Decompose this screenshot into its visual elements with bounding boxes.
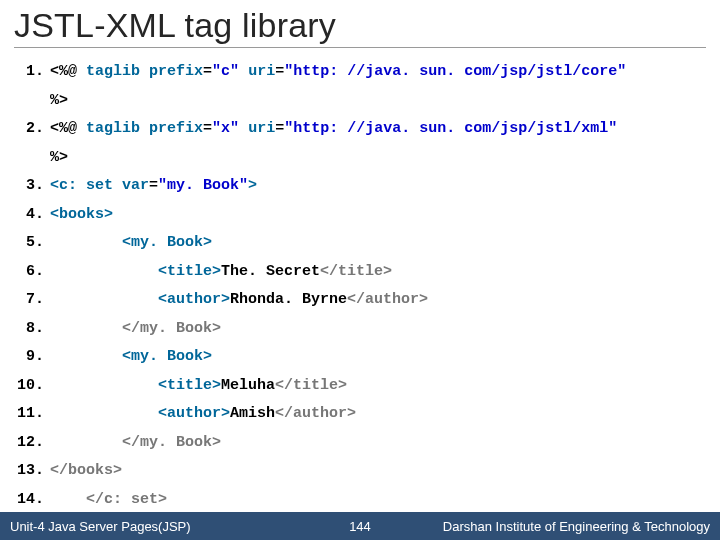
line-number: 6. bbox=[0, 258, 50, 287]
line-number: 13. bbox=[0, 457, 50, 486]
code-text: </c: set> bbox=[50, 486, 720, 515]
code-line: 1.<%@ taglib prefix="c" uri="http: //jav… bbox=[0, 58, 720, 87]
line-number: 1. bbox=[0, 58, 50, 87]
slide-title: JSTL-XML tag library bbox=[0, 0, 720, 47]
code-text: %> bbox=[50, 87, 720, 116]
code-line: 4.<books> bbox=[0, 201, 720, 230]
footer-bar: Unit-4 Java Server Pages(JSP) 144 Darsha… bbox=[0, 512, 720, 540]
code-block: 1.<%@ taglib prefix="c" uri="http: //jav… bbox=[0, 54, 720, 514]
line-number: 8. bbox=[0, 315, 50, 344]
slide: JSTL-XML tag library 1.<%@ taglib prefix… bbox=[0, 0, 720, 540]
code-line: 11. <author>Amish</author> bbox=[0, 400, 720, 429]
code-text: %> bbox=[50, 144, 720, 173]
line-number: 10. bbox=[0, 372, 50, 401]
footer-left: Unit-4 Java Server Pages(JSP) bbox=[0, 519, 330, 534]
line-number: 12. bbox=[0, 429, 50, 458]
line-number: 2. bbox=[0, 115, 50, 144]
code-line: %> bbox=[0, 87, 720, 116]
code-line: 10. <title>Meluha</title> bbox=[0, 372, 720, 401]
code-text: <author>Rhonda. Byrne</author> bbox=[50, 286, 720, 315]
code-line: 13.</books> bbox=[0, 457, 720, 486]
code-text: <my. Book> bbox=[50, 343, 720, 372]
code-line: %> bbox=[0, 144, 720, 173]
code-line: 14. </c: set> bbox=[0, 486, 720, 515]
code-text: <title>Meluha</title> bbox=[50, 372, 720, 401]
line-number: 9. bbox=[0, 343, 50, 372]
code-text: <%@ taglib prefix="x" uri="http: //java.… bbox=[50, 115, 720, 144]
code-text: <books> bbox=[50, 201, 720, 230]
code-line: 6. <title>The. Secret</title> bbox=[0, 258, 720, 287]
footer-right: Darshan Institute of Engineering & Techn… bbox=[390, 519, 720, 534]
code-text: <c: set var="my. Book"> bbox=[50, 172, 720, 201]
code-line: 3.<c: set var="my. Book"> bbox=[0, 172, 720, 201]
code-text: <my. Book> bbox=[50, 229, 720, 258]
code-line: 8. </my. Book> bbox=[0, 315, 720, 344]
line-number: 14. bbox=[0, 486, 50, 515]
line-number: 5. bbox=[0, 229, 50, 258]
line-number: 7. bbox=[0, 286, 50, 315]
code-line: 2.<%@ taglib prefix="x" uri="http: //jav… bbox=[0, 115, 720, 144]
line-number: 11. bbox=[0, 400, 50, 429]
title-underline bbox=[14, 47, 706, 48]
code-line: 9. <my. Book> bbox=[0, 343, 720, 372]
code-text: <author>Amish</author> bbox=[50, 400, 720, 429]
code-text: </my. Book> bbox=[50, 315, 720, 344]
code-text: <%@ taglib prefix="c" uri="http: //java.… bbox=[50, 58, 720, 87]
footer-page: 144 bbox=[330, 519, 390, 534]
code-text: </books> bbox=[50, 457, 720, 486]
code-text: </my. Book> bbox=[50, 429, 720, 458]
line-number: 3. bbox=[0, 172, 50, 201]
code-line: 12. </my. Book> bbox=[0, 429, 720, 458]
code-text: <title>The. Secret</title> bbox=[50, 258, 720, 287]
code-line: 7. <author>Rhonda. Byrne</author> bbox=[0, 286, 720, 315]
code-line: 5. <my. Book> bbox=[0, 229, 720, 258]
line-number: 4. bbox=[0, 201, 50, 230]
